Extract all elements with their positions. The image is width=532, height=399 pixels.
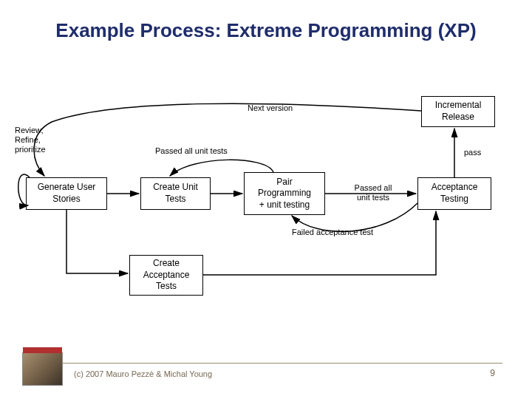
copyright-text: (c) 2007 Mauro Pezzè & Michal Young <box>74 369 212 378</box>
xp-process-diagram: Generate UserStories Create UnitTests Pa… <box>0 89 532 296</box>
book-thumbnail <box>22 352 63 386</box>
page-number: 9 <box>490 368 495 378</box>
diagram-arrows <box>0 89 532 296</box>
footer-divider <box>30 363 502 364</box>
slide-title: Example Process: Extreme Programming (XP… <box>0 0 532 51</box>
